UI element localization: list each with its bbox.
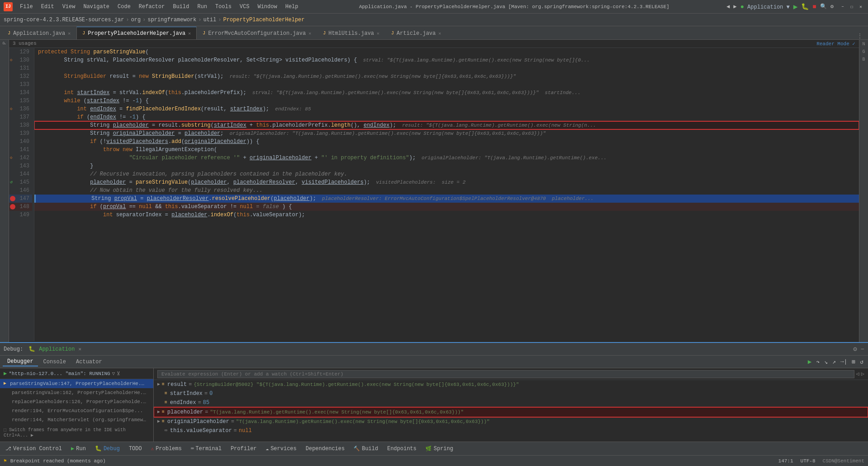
menu-run[interactable]: Run: [193, 3, 211, 11]
debug-session-close[interactable]: ✕: [78, 346, 81, 352]
bt-debug[interactable]: 🐛 Debug: [91, 444, 123, 453]
stop-button[interactable]: ■: [812, 3, 816, 10]
menu-edit[interactable]: Edit: [38, 3, 58, 11]
step-over-button[interactable]: ↷: [814, 358, 821, 366]
cursor-position: 147:1: [778, 458, 793, 464]
run-to-cursor-button[interactable]: →|: [839, 358, 849, 365]
menu-refactor[interactable]: Refactor: [135, 3, 169, 11]
var-placeholder[interactable]: ▶ ≡ placeholder = "T(java.lang.Runtime).…: [154, 407, 868, 417]
bt-spring[interactable]: 🌿 Spring: [422, 445, 457, 453]
tab-close-htmlutils[interactable]: ✕: [377, 31, 379, 36]
menu-help[interactable]: Help: [282, 3, 302, 11]
stack-frame-4[interactable]: render:144, MatcherServlet (org.springfr…: [0, 415, 153, 424]
bt-terminal[interactable]: ⌨ Terminal: [187, 445, 225, 453]
expand-placeholder[interactable]: ▶: [157, 408, 160, 417]
close-button[interactable]: ✕: [857, 3, 864, 10]
var-valueseparator[interactable]: ∞ this.valueSeparator = null: [154, 426, 868, 435]
forward-button[interactable]: ▶: [733, 3, 736, 10]
tab-propertyplaceholderhelper[interactable]: J PropertyPlaceholderHelper.java ✕: [76, 27, 197, 39]
menu-navigate[interactable]: Navigate: [80, 3, 113, 11]
stack-frame-2[interactable]: replacePlaceholders:126, PropertyPlaceho…: [0, 397, 153, 406]
var-originalplaceholder[interactable]: ▶ ≡ originalPlaceholder = "T(java.lang.R…: [154, 417, 868, 426]
bt-problems[interactable]: ⚠ Problems: [147, 445, 185, 453]
evaluate-next-button[interactable]: ◁: [856, 371, 859, 377]
evaluate-prev-button[interactable]: ▷: [861, 371, 864, 377]
minimize-button[interactable]: –: [839, 3, 846, 10]
search-button[interactable]: 🔍: [820, 3, 827, 10]
expand-result[interactable]: ▶: [157, 380, 160, 389]
git-icon[interactable]: G: [862, 49, 865, 54]
stack-frame-3[interactable]: render:194, ErrorMvcAutoConfiguration$Sp…: [0, 406, 153, 415]
tab-htmlutils[interactable]: J HtmlUtils.java ✕: [317, 27, 385, 39]
menu-code[interactable]: Code: [114, 3, 134, 11]
debug-minimize-icon[interactable]: −: [861, 346, 864, 353]
debug-tab-console[interactable]: Console: [39, 358, 71, 366]
maximize-button[interactable]: ☐: [848, 3, 855, 10]
project-icon[interactable]: P: [2, 42, 7, 45]
bt-todo[interactable]: TODO: [125, 445, 146, 453]
breadcrumb-jar[interactable]: spring-core-4.2.3.RELEASE-sources.jar: [4, 17, 124, 23]
menu-file[interactable]: File: [16, 3, 37, 11]
usages-count: 3 usages: [13, 41, 37, 47]
bt-services[interactable]: ☁ Services: [262, 445, 300, 453]
settings-button[interactable]: ⚙: [830, 3, 834, 10]
run-button[interactable]: ▶: [793, 2, 798, 11]
evaluate-input[interactable]: [157, 370, 854, 378]
breadcrumb-org[interactable]: org: [131, 17, 141, 23]
code-editor[interactable]: 3 usages Reader Mode ✓ 129 ◇130 131 132 …: [9, 40, 859, 342]
breadcrumb-springframework[interactable]: springframework: [147, 17, 196, 23]
tab-close-errormvcautoconfiguration[interactable]: ✕: [308, 31, 311, 36]
reset-frame-button[interactable]: ↺: [858, 358, 865, 366]
bookmarks-icon[interactable]: B: [862, 57, 865, 62]
debug-tab-debugger[interactable]: Debugger: [3, 357, 38, 366]
bt-dependencies[interactable]: Dependencies: [302, 445, 348, 453]
breadcrumb-class[interactable]: PropertyPlaceholderHelper: [223, 17, 305, 23]
var-result[interactable]: ▶ ≡ result = {StringBuilder@5002} "${T(j…: [154, 380, 868, 389]
tab-close-application[interactable]: ✕: [68, 31, 71, 36]
stack-frame-0[interactable]: ▶ parseStringValue:147, PropertyPlacehol…: [0, 379, 153, 388]
menu-vcs[interactable]: VCS: [236, 3, 253, 11]
more-tabs-button[interactable]: ⋮: [854, 33, 866, 39]
line-num-144: 144: [9, 170, 32, 178]
bt-profiler[interactable]: Profiler: [227, 445, 260, 453]
notifications-icon[interactable]: N: [862, 42, 865, 47]
menu-window[interactable]: Window: [254, 3, 281, 11]
step-out-button[interactable]: ↗: [830, 358, 838, 366]
code-content: 129 ◇130 131 132 133 134 135 ◇136 137 13…: [9, 48, 859, 341]
thread-filter-button[interactable]: ▽: [112, 371, 115, 376]
code-line-132: StringBuilder result = new StringBuilder…: [34, 72, 859, 81]
stack-frame-1[interactable]: parseStringValue:162, PropertyPlaceholde…: [0, 388, 153, 397]
tab-close-propertyplaceholderhelper[interactable]: ✕: [188, 31, 191, 36]
line-num-139: 139: [9, 129, 32, 138]
tab-close-article[interactable]: ✕: [439, 31, 441, 36]
debug-tab-actuator[interactable]: Actuator: [71, 358, 107, 366]
menu-build[interactable]: Build: [169, 3, 193, 11]
tab-article[interactable]: J Article.java ✕: [385, 27, 447, 39]
tab-application[interactable]: J Application.java ✕: [2, 27, 76, 39]
reader-mode-button[interactable]: Reader Mode ✓: [816, 41, 855, 47]
evaluate-expr-button[interactable]: ⊞: [850, 358, 857, 366]
switch-frames-hint[interactable]: ⬚ Switch frames from anywhere in the IDE…: [0, 426, 153, 439]
debug-button[interactable]: 🐛: [801, 3, 809, 10]
run-config-selector[interactable]: ● Application ▼: [740, 3, 789, 10]
debug-variables-panel: ◁ ▷ ▶ ≡ result = {StringBuilder@5002} "$…: [154, 368, 868, 442]
bt-endpoints[interactable]: Endpoints: [383, 445, 420, 453]
resume-button[interactable]: ▶: [806, 358, 813, 366]
bt-build[interactable]: 🔨 Build: [350, 445, 382, 453]
bt-version-control[interactable]: ⎇ Version Control: [2, 445, 66, 453]
back-button[interactable]: ◀: [726, 3, 730, 10]
thread-filter-settings[interactable]: ⊻: [117, 371, 120, 376]
var-endindex[interactable]: ≡ endIndex = 85: [154, 398, 868, 407]
tab-errormvcautoconfiguration[interactable]: J ErrorMvcAutoConfiguration.java ✕: [197, 27, 317, 39]
debug-tabs-bar: Debug: 🐛 Application ✕ ⚙ −: [0, 343, 868, 356]
line-num-142: ◇142: [9, 154, 32, 162]
debug-session-label[interactable]: Application: [39, 346, 75, 352]
var-startindex[interactable]: ≡ startIndex = 0: [154, 389, 868, 398]
debug-settings-icon[interactable]: ⚙: [853, 345, 857, 353]
breadcrumb-util[interactable]: util: [203, 17, 217, 23]
expand-originalplaceholder[interactable]: ▶: [157, 417, 160, 426]
step-into-button[interactable]: ↘: [822, 358, 830, 366]
bt-run[interactable]: ▶ Run: [67, 444, 90, 453]
menu-tools[interactable]: Tools: [212, 3, 235, 11]
menu-view[interactable]: View: [59, 3, 79, 11]
